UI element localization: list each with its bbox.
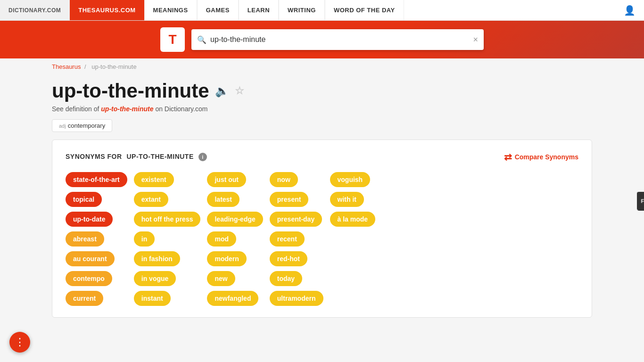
synonym-pill[interactable]: à la mode xyxy=(330,212,376,227)
pills-col-4: nowpresentpresent-dayrecentred-hottodayu… xyxy=(270,172,323,306)
synonym-pill[interactable]: voguish xyxy=(330,172,371,187)
search-box: 🔍 × xyxy=(191,29,484,50)
synonym-pill[interactable]: now xyxy=(270,172,298,187)
synonym-pill[interactable]: latest xyxy=(207,192,239,207)
synonym-pill[interactable]: current xyxy=(66,291,103,306)
synonym-pill[interactable]: new xyxy=(207,271,235,286)
nav-meanings[interactable]: MEANINGS xyxy=(145,0,197,20)
breadcrumb-separator: / xyxy=(84,63,86,70)
synonym-pill[interactable]: au courant xyxy=(66,251,115,266)
synonym-pill[interactable]: topical xyxy=(66,192,102,207)
see-definition-link[interactable]: up-to-the-minute xyxy=(101,105,153,113)
account-icon[interactable]: 👤 xyxy=(615,5,644,16)
nav-thesaurus[interactable]: THESAURUS.COM xyxy=(70,0,144,20)
site-logo: T xyxy=(160,27,185,52)
synonyms-header: SYNONYMS FOR up-to-the-minute i ⇄ Compar… xyxy=(66,151,578,163)
main-content: up-to-the-minute 🔈 ☆ See definition of u… xyxy=(0,75,644,337)
nav-learn[interactable]: LEARN xyxy=(239,0,279,20)
breadcrumb-thesaurus-link[interactable]: Thesaurus xyxy=(52,63,81,70)
see-definition: See definition of up-to-the-minute on Di… xyxy=(52,105,592,113)
synonyms-info-icon[interactable]: i xyxy=(198,153,207,161)
favorite-icon[interactable]: ☆ xyxy=(235,85,244,97)
pills-col-1: state-of-the-arttopicalup-to-dateabreast… xyxy=(66,172,127,306)
top-nav: DICTIONARY.COM THESAURUS.COM MEANINGS GA… xyxy=(0,0,644,21)
search-icon: 🔍 xyxy=(197,35,206,44)
synonym-pill[interactable]: ultramodern xyxy=(270,291,323,306)
synonyms-word-link[interactable]: up-to-the-minute xyxy=(126,153,193,160)
float-action-icon: ⋮ xyxy=(15,336,25,337)
synonym-pill[interactable]: extant xyxy=(134,192,168,207)
nav-word-of-day[interactable]: WORD OF THE DAY xyxy=(325,0,404,20)
synonym-pill[interactable]: existent xyxy=(134,172,174,187)
synonym-pill[interactable]: in fashion xyxy=(134,251,180,266)
pills-col-3: just outlatestleading-edgemodmodernnewne… xyxy=(207,172,263,306)
feedback-button[interactable]: FEEDBACK xyxy=(637,192,644,211)
synonym-pill[interactable]: present xyxy=(270,192,309,207)
synonym-pill[interactable]: today xyxy=(270,271,302,286)
synonyms-card: SYNONYMS FOR up-to-the-minute i ⇄ Compar… xyxy=(52,140,592,318)
synonym-pill[interactable]: state-of-the-art xyxy=(66,172,127,187)
synonym-pill[interactable]: up-to-date xyxy=(66,212,113,227)
synonym-pill[interactable]: with it xyxy=(330,192,364,207)
compare-synonyms-label: Compare Synonyms xyxy=(515,153,578,161)
synonym-pill[interactable]: modern xyxy=(207,251,246,266)
pos-tab[interactable]: adjcontemporary xyxy=(52,119,112,132)
synonym-pill[interactable]: mod xyxy=(207,231,236,247)
word-title-area: up-to-the-minute 🔈 ☆ xyxy=(52,80,592,102)
search-area: T 🔍 × xyxy=(0,21,644,58)
synonyms-title: SYNONYMS FOR up-to-the-minute i xyxy=(66,153,207,161)
pills-col-5: voguishwith ità la mode xyxy=(330,172,376,306)
compare-synonyms-button[interactable]: ⇄ Compare Synonyms xyxy=(504,151,578,163)
pills-col-2: existentextanthot off the pressinin fash… xyxy=(134,172,201,306)
synonym-pill[interactable]: present-day xyxy=(270,212,322,227)
search-input[interactable] xyxy=(210,35,469,44)
synonym-pill[interactable]: red-hot xyxy=(270,251,307,266)
breadcrumb-current: up-to-the-minute xyxy=(91,63,136,70)
feedback-label: FEEDBACK xyxy=(641,198,644,204)
synonym-pill[interactable]: leading-edge xyxy=(207,212,263,227)
search-clear-button[interactable]: × xyxy=(473,35,478,45)
synonyms-label-prefix: SYNONYMS FOR xyxy=(66,153,122,160)
nav-dictionary[interactable]: DICTIONARY.COM xyxy=(0,0,70,20)
synonym-pill[interactable]: just out xyxy=(207,172,246,187)
breadcrumb: Thesaurus / up-to-the-minute xyxy=(0,58,644,75)
synonym-pill[interactable]: instant xyxy=(134,291,171,306)
compare-arrows-icon: ⇄ xyxy=(504,151,512,163)
sound-icon[interactable]: 🔈 xyxy=(215,84,229,98)
synonym-pill[interactable]: hot off the press xyxy=(134,212,201,227)
synonym-pill[interactable]: newfangled xyxy=(207,291,258,306)
pills-grid: state-of-the-arttopicalup-to-dateabreast… xyxy=(66,172,578,306)
word-title: up-to-the-minute xyxy=(52,80,209,102)
pos-word: contemporary xyxy=(68,122,105,129)
pos-label: adj xyxy=(59,123,66,129)
synonym-pill[interactable]: in vogue xyxy=(134,271,176,286)
nav-games[interactable]: GAMES xyxy=(198,0,239,20)
synonym-pill[interactable]: abreast xyxy=(66,231,104,247)
synonym-pill[interactable]: recent xyxy=(270,231,305,247)
synonym-pill[interactable]: in xyxy=(134,231,155,247)
nav-writing[interactable]: WRITING xyxy=(279,0,325,20)
synonym-pill[interactable]: contempo xyxy=(66,271,112,286)
